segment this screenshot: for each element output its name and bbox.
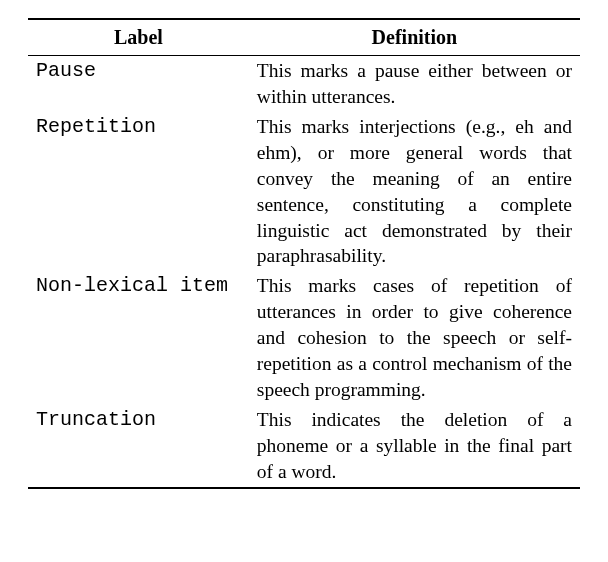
definition-cell: This marks interjections (e.g., eh and e… [249, 112, 580, 272]
definition-cell: This indicates the deletion of a phoneme… [249, 405, 580, 488]
definition-cell: This marks a pause either be­tween or wi… [249, 56, 580, 112]
table-row: Truncation This indicates the deletion o… [28, 405, 580, 488]
label-cell: Non-lexical item [28, 271, 249, 405]
header-label: Label [28, 19, 249, 56]
header-definition: Definition [249, 19, 580, 56]
table-row: Pause This marks a pause either be­tween… [28, 56, 580, 112]
definition-cell: This marks cases of repeti­tion of utter… [249, 271, 580, 405]
definitions-table: Label Definition Pause This marks a paus… [28, 18, 580, 489]
label-cell: Truncation [28, 405, 249, 488]
label-cell: Pause [28, 56, 249, 112]
table-row: Non-lexical item This marks cases of rep… [28, 271, 580, 405]
label-cell: Repetition [28, 112, 249, 272]
table-row: Repetition This marks interjections (e.g… [28, 112, 580, 272]
